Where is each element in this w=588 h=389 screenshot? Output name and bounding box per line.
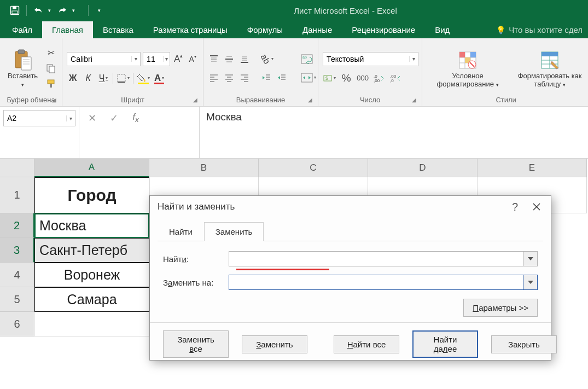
select-all-corner[interactable] (0, 159, 34, 177)
increase-font-icon[interactable]: A▴ (172, 53, 184, 66)
format-as-table-button[interactable]: Форматировать как таблицу ▾ (514, 46, 585, 91)
chevron-down-icon[interactable]: ▾ (409, 56, 418, 62)
col-header-b[interactable]: B (149, 159, 259, 177)
row-header-1[interactable]: 1 (0, 177, 34, 213)
replace-all-button[interactable]: Заменить все (163, 330, 229, 358)
number-launcher-icon[interactable]: ◢ (412, 97, 416, 103)
font-name-input[interactable] (67, 55, 131, 63)
tab-data[interactable]: Данные (293, 21, 342, 38)
orientation-icon[interactable]: ab▾ (260, 53, 273, 66)
chevron-down-icon[interactable]: ▾ (66, 115, 75, 121)
borders-icon[interactable]: ▾ (117, 72, 130, 85)
accounting-format-icon[interactable]: $▾ (323, 72, 336, 85)
qat-customize-icon[interactable]: ▾ (95, 8, 103, 13)
font-name-combo[interactable]: ▾ (67, 52, 141, 66)
bold-button[interactable]: Ж (67, 72, 79, 85)
align-left-icon[interactable] (208, 71, 220, 84)
tab-view[interactable]: Вид (425, 21, 459, 38)
row-header-5[interactable]: 5 (0, 287, 34, 312)
cell-a6[interactable] (34, 312, 149, 336)
align-top-icon[interactable] (208, 53, 220, 66)
col-header-c[interactable]: C (259, 159, 368, 177)
cell-a3[interactable]: Сакнт-Петерб (34, 238, 149, 263)
align-bottom-icon[interactable] (238, 53, 251, 66)
cut-icon[interactable]: ✂ (44, 47, 57, 60)
decrease-font-icon[interactable]: A▾ (187, 53, 199, 66)
font-color-icon[interactable]: А ▾ (153, 72, 165, 85)
underline-button[interactable]: Ч▾ (97, 72, 109, 85)
col-header-d[interactable]: D (368, 159, 478, 177)
name-box-input[interactable] (4, 114, 66, 123)
chevron-down-icon[interactable]: ▾ (163, 56, 170, 62)
group-font-label: Шрифт (121, 96, 144, 104)
italic-button[interactable]: К (82, 72, 94, 85)
percent-format-icon[interactable]: % (340, 72, 352, 85)
undo-icon[interactable] (30, 2, 46, 19)
font-launcher-icon[interactable]: ◢ (193, 97, 197, 103)
row-header-6[interactable]: 6 (0, 312, 34, 336)
dialog-tab-replace[interactable]: Заменить (204, 222, 264, 241)
find-all-button[interactable]: Найти все (334, 335, 399, 353)
font-size-combo[interactable]: ▾ (143, 52, 170, 66)
cell-a1[interactable]: Город (34, 177, 149, 213)
tab-insert[interactable]: Вставка (93, 21, 143, 38)
align-right-icon[interactable] (238, 71, 251, 84)
merge-cells-icon[interactable]: ▾ (299, 71, 318, 84)
redo-dropdown-icon[interactable]: ▾ (69, 8, 77, 13)
fx-icon[interactable]: fx (127, 110, 144, 126)
redo-icon[interactable] (54, 2, 71, 19)
tell-me-search[interactable]: 💡 Что вы хотите сдел (491, 21, 588, 38)
find-input[interactable] (229, 252, 523, 266)
options-button[interactable]: Параметры >> (463, 299, 538, 317)
col-header-a[interactable]: A (34, 159, 149, 177)
tab-home[interactable]: Главная (42, 21, 93, 38)
close-icon[interactable] (530, 200, 543, 213)
find-next-button[interactable]: Найти далее (412, 330, 478, 358)
row-header-2[interactable]: 2 (0, 213, 34, 238)
tab-formulas[interactable]: Формулы (237, 21, 293, 38)
replace-input[interactable] (229, 275, 523, 289)
dialog-tab-find[interactable]: Найти (158, 222, 204, 241)
format-painter-icon[interactable] (44, 77, 57, 90)
clipboard-launcher-icon[interactable]: ◢ (52, 97, 56, 103)
help-icon[interactable]: ? (512, 201, 518, 213)
cell-a5[interactable]: Самара (34, 287, 149, 312)
increase-indent-icon[interactable] (276, 71, 288, 84)
cell-a2[interactable]: Москва (34, 213, 149, 238)
find-combo[interactable] (229, 251, 538, 266)
number-format-input[interactable] (323, 55, 409, 63)
paste-button[interactable]: Вставить▾ (4, 46, 41, 91)
replace-combo[interactable] (229, 275, 538, 290)
undo-dropdown-icon[interactable]: ▾ (45, 8, 53, 13)
decrease-decimal-icon[interactable]: ,00,0 (389, 72, 401, 85)
save-icon[interactable] (7, 2, 23, 19)
increase-decimal-icon[interactable]: ,0,00 (373, 72, 385, 85)
number-format-combo[interactable]: ▾ (323, 52, 418, 66)
align-center-icon[interactable] (223, 71, 235, 84)
replace-button[interactable]: Заменить (242, 335, 307, 353)
comma-format-icon[interactable]: 000 (357, 72, 369, 85)
copy-icon[interactable] (44, 62, 57, 75)
enter-formula-icon[interactable]: ✓ (106, 110, 122, 126)
font-size-input[interactable] (143, 55, 163, 63)
align-middle-icon[interactable] (223, 53, 235, 66)
fill-color-icon[interactable]: ▾ (137, 72, 150, 85)
cell-a4[interactable]: Воронеж (34, 263, 149, 287)
tab-file[interactable]: Файл (2, 21, 42, 38)
close-button[interactable]: Закрыть (491, 335, 557, 353)
conditional-formatting-button[interactable]: Условное форматирование ▾ (427, 46, 509, 91)
row-header-3[interactable]: 3 (0, 238, 34, 263)
formula-input[interactable]: Москва (200, 107, 588, 158)
tab-review[interactable]: Рецензирование (342, 21, 425, 38)
col-header-e[interactable]: E (478, 159, 587, 177)
chevron-down-icon[interactable]: ▾ (131, 56, 140, 62)
cancel-formula-icon[interactable]: ✕ (84, 110, 100, 126)
wrap-text-icon[interactable]: ab (299, 53, 315, 66)
decrease-indent-icon[interactable] (260, 71, 272, 84)
chevron-down-icon[interactable] (523, 275, 537, 289)
chevron-down-icon[interactable] (523, 252, 537, 266)
name-box[interactable]: ▾ (0, 107, 79, 158)
alignment-launcher-icon[interactable]: ◢ (308, 97, 312, 103)
row-header-4[interactable]: 4 (0, 263, 34, 287)
tab-page-layout[interactable]: Разметка страницы (143, 21, 237, 38)
